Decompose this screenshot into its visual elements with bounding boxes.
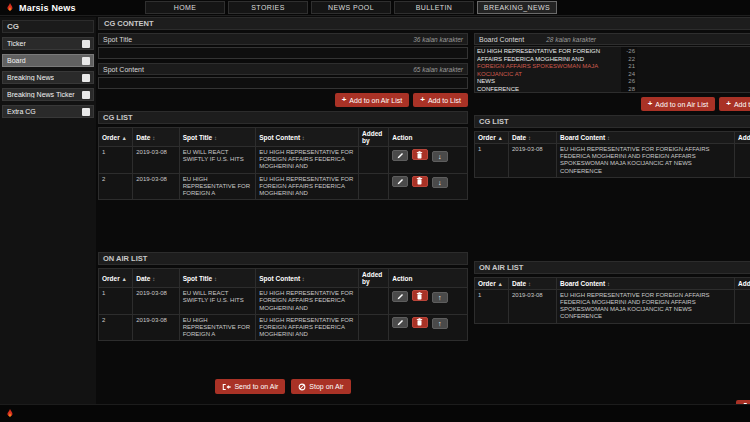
main-nav: HOME STORIES NEWS POOL BULLETIN BREAKING… bbox=[145, 1, 560, 14]
sidebar-item-breaking-news-ticker[interactable]: Breaking News Ticker bbox=[2, 88, 94, 101]
sidebar-item-label: Board bbox=[7, 57, 26, 64]
sort-icon: ↕ bbox=[214, 276, 217, 282]
send-to-on-air-button[interactable]: Send to on Air bbox=[215, 379, 285, 394]
column-order[interactable]: Order ▲ bbox=[99, 128, 133, 147]
board-line: KOCIJANCIC AT bbox=[477, 71, 619, 79]
table-header-row: Order ▲ Date ↕ Spot Title ↕ Spot Content… bbox=[99, 128, 468, 147]
column-spot-title[interactable]: Spot Title ↕ bbox=[179, 128, 256, 147]
delete-button[interactable] bbox=[412, 317, 428, 328]
column-date[interactable]: Date ↕ bbox=[509, 132, 557, 144]
column-order[interactable]: Order ▲ bbox=[475, 132, 509, 144]
sort-icon: ↕ bbox=[607, 135, 610, 141]
column-date[interactable]: Date ↕ bbox=[133, 128, 179, 147]
move-down-button[interactable]: ↓ bbox=[432, 177, 448, 188]
move-up-button[interactable]: ↑ bbox=[432, 292, 448, 303]
cg-list-header: CG LIST bbox=[474, 115, 750, 128]
nav-tab-news-pool[interactable]: NEWS POOL bbox=[311, 1, 391, 14]
add-to-list-button[interactable]: + Add to List bbox=[413, 93, 468, 107]
spot-content-counter: 65 kalan karakter bbox=[413, 66, 463, 73]
column-spot-content[interactable]: Spot Content ↕ bbox=[256, 269, 359, 288]
column-spot-title[interactable]: Spot Title ↕ bbox=[179, 269, 256, 288]
stop-on-air-button[interactable]: Stop on Air bbox=[291, 379, 350, 394]
on-air-list-header: ON AIR LIST bbox=[474, 261, 750, 274]
delete-button[interactable] bbox=[412, 290, 428, 301]
trash-icon bbox=[416, 292, 423, 300]
cell-spot-content: EU HIGH REPRESENTATIVE FOR FOREIGN AFFAI… bbox=[256, 147, 359, 174]
cell-date: 2019-03-08 bbox=[133, 288, 179, 315]
sidebar-item-label: Ticker bbox=[7, 40, 26, 47]
board-content-input[interactable]: EU HIGH REPRESENTATIVE FOR FOREIGN AFFAI… bbox=[474, 46, 750, 93]
column-order[interactable]: Order ▲ bbox=[475, 277, 509, 289]
board-content-label: Board Content bbox=[479, 36, 524, 43]
add-to-list-button[interactable]: + Add to List bbox=[719, 97, 750, 111]
sidebar-title: CG bbox=[2, 20, 94, 33]
extra-cg-checkbox[interactable] bbox=[82, 108, 90, 116]
edit-button[interactable] bbox=[392, 291, 408, 302]
cell-date: 2019-03-08 bbox=[133, 314, 179, 341]
line-counter: 24 bbox=[623, 71, 635, 79]
edit-button[interactable] bbox=[392, 176, 408, 187]
board-line: CONFERENCE bbox=[477, 86, 619, 93]
plus-icon: + bbox=[726, 100, 731, 108]
delete-button[interactable] bbox=[412, 149, 428, 160]
button-label: Add to on Air List bbox=[349, 97, 402, 104]
cell-added-by bbox=[359, 288, 389, 315]
spot-content-bar: Spot Content 65 kalan karakter bbox=[98, 63, 468, 75]
sort-icon: ↕ bbox=[152, 135, 155, 141]
column-date[interactable]: Date ↕ bbox=[133, 269, 179, 288]
spot-panel: Spot Title 36 kalan karakter Spot Conten… bbox=[98, 33, 468, 411]
add-to-on-air-list-button[interactable]: + Add to on Air List bbox=[335, 93, 410, 107]
board-checkbox[interactable] bbox=[82, 57, 90, 65]
edit-button[interactable] bbox=[392, 150, 408, 161]
column-board-content[interactable]: Board Content ↕ bbox=[557, 277, 735, 289]
nav-tab-home[interactable]: HOME bbox=[145, 1, 225, 14]
sidebar-item-board[interactable]: Board bbox=[2, 54, 94, 67]
nav-tab-breaking-news[interactable]: BREAKING_NEWS bbox=[477, 1, 557, 14]
cell-action: ↓ bbox=[389, 147, 468, 174]
button-label: Add to on Air List bbox=[655, 101, 708, 108]
on-air-list-header: ON AIR LIST bbox=[98, 252, 468, 265]
table-row: 1 2019-03-08 EU HIGH REPRESENTATIVE FOR … bbox=[475, 289, 750, 323]
plus-icon: + bbox=[342, 96, 347, 104]
column-order[interactable]: Order ▲ bbox=[99, 269, 133, 288]
edit-icon bbox=[397, 293, 404, 300]
board-counter: 28 kalan karakter bbox=[546, 36, 596, 43]
cell-spot-content: EU HIGH REPRESENTATIVE FOR FOREIGN AFFAI… bbox=[256, 314, 359, 341]
spot-content-label: Spot Content bbox=[103, 66, 144, 73]
move-up-button[interactable]: ↑ bbox=[432, 318, 448, 329]
nav-tab-stories[interactable]: STORIES bbox=[228, 1, 308, 14]
breaking-news-checkbox[interactable] bbox=[82, 74, 90, 82]
cell-order: 1 bbox=[99, 288, 133, 315]
cell-added-by bbox=[735, 289, 750, 323]
sidebar-item-breaking-news[interactable]: Breaking News bbox=[2, 71, 94, 84]
breaking-news-ticker-checkbox[interactable] bbox=[82, 91, 90, 99]
cell-date: 2019-03-08 bbox=[509, 289, 557, 323]
add-to-on-air-list-button[interactable]: + Add to on Air List bbox=[641, 97, 716, 111]
table-row: 1 2019-03-08 EU HIGH REPRESENTATIVE FOR … bbox=[475, 144, 750, 178]
ticker-checkbox[interactable] bbox=[82, 40, 90, 48]
spot-content-input[interactable] bbox=[98, 77, 468, 89]
sidebar-item-ticker[interactable]: Ticker bbox=[2, 37, 94, 50]
column-action: Action bbox=[389, 128, 468, 147]
move-down-button[interactable]: ↓ bbox=[432, 151, 448, 162]
cell-date: 2019-03-08 bbox=[133, 173, 179, 200]
column-board-content[interactable]: Board Content ↕ bbox=[557, 132, 735, 144]
flame-footer-icon bbox=[5, 408, 15, 420]
column-date[interactable]: Date ↕ bbox=[509, 277, 557, 289]
delete-button[interactable] bbox=[412, 176, 428, 187]
cell-added-by bbox=[359, 314, 389, 341]
main-content: CG CONTENT Spot Title 36 kalan karakter … bbox=[98, 17, 750, 404]
on-air-list-table: Order ▲ Date ↕ Spot Title ↕ Spot Content… bbox=[98, 268, 468, 341]
cell-spot-title: EU WILL REACT SWIFTLY IF U.S. HITS bbox=[179, 147, 256, 174]
edit-button[interactable] bbox=[392, 317, 408, 328]
send-icon bbox=[222, 383, 231, 391]
column-action: Action bbox=[389, 269, 468, 288]
app-logo: Marsis News bbox=[0, 2, 145, 14]
sidebar-item-extra-cg[interactable]: Extra CG bbox=[2, 105, 94, 118]
board-line: EU HIGH REPRESENTATIVE FOR FOREIGN bbox=[477, 48, 619, 56]
spot-title-input[interactable] bbox=[98, 47, 468, 59]
column-spot-content[interactable]: Spot Content ↕ bbox=[256, 128, 359, 147]
table-header-row: Order ▲ Date ↕ Spot Title ↕ Spot Content… bbox=[99, 269, 468, 288]
nav-tab-bulletin[interactable]: BULLETIN bbox=[394, 1, 474, 14]
board-spacer bbox=[637, 47, 750, 92]
